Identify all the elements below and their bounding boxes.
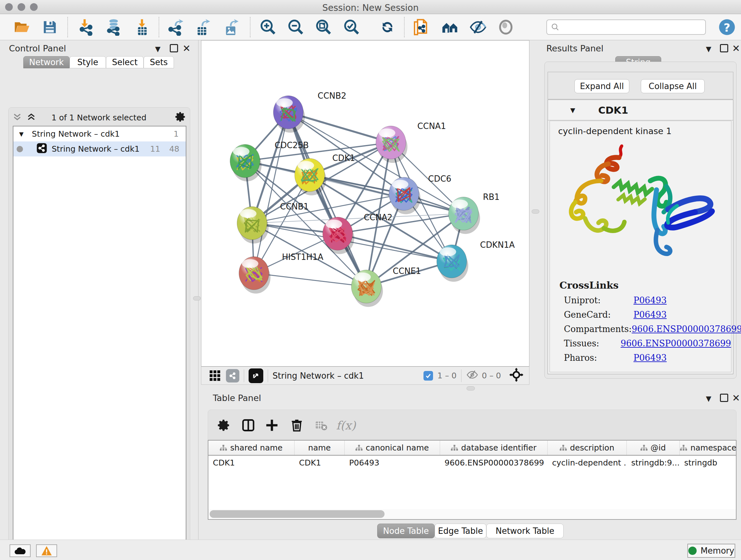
crosslink-value[interactable]: P06493 <box>633 310 667 320</box>
crosslink-value[interactable]: P06493 <box>633 295 667 305</box>
zoom-fit-button[interactable] <box>315 18 333 36</box>
results-panel-maximize-button[interactable] <box>720 44 728 52</box>
zoom-out-button[interactable] <box>287 18 305 36</box>
results-panel-close-button[interactable]: ✕ <box>732 43 740 54</box>
network-view-title: String Network – cdk1 <box>273 371 364 381</box>
import-string-network-button[interactable] <box>412 18 430 36</box>
cloud-status-button[interactable] <box>10 544 30 557</box>
table-cell[interactable]: CDK1 <box>294 455 345 471</box>
table-cell[interactable]: cyclin-dependent ... <box>548 455 627 471</box>
column-header-database-identifier[interactable]: database identifier <box>440 441 548 455</box>
delete-table-icon[interactable] <box>312 416 330 434</box>
export-network-button[interactable] <box>167 18 185 36</box>
table-cell[interactable]: CDK1 <box>208 455 294 471</box>
network-row[interactable]: String Network – cdk1 11 48 <box>13 141 186 157</box>
collection-expand-icon[interactable]: ▼ <box>19 131 23 137</box>
hidden-eye-slash-icon[interactable] <box>466 370 479 382</box>
crosslink-value[interactable]: P06493 <box>633 353 667 363</box>
import-table-button[interactable] <box>133 18 151 36</box>
column-header-canonical-name[interactable]: canonical name <box>345 441 440 455</box>
gene-entry-header[interactable]: ▼ CDK1 <box>548 100 733 120</box>
tab-network[interactable]: Network <box>23 56 70 68</box>
expand-all-networks-icon[interactable] <box>12 112 22 124</box>
table-horizontal-scrollbar[interactable] <box>208 509 736 519</box>
node-CDK1[interactable] <box>294 159 326 195</box>
function-builder-icon[interactable]: f(x) <box>337 416 355 434</box>
table-cell[interactable]: stringdb:9... <box>627 455 680 471</box>
birds-eye-view-icon[interactable] <box>249 368 263 383</box>
hide-selected-button[interactable] <box>469 18 487 36</box>
memory-button[interactable]: Memory <box>687 544 735 558</box>
crosslink-value[interactable]: 9606.ENSP00000378699 <box>631 324 741 334</box>
tab-select[interactable]: Select <box>106 56 144 68</box>
collapse-all-button[interactable]: Collapse All <box>641 79 704 93</box>
node-table: shared namenamecanonical namedatabase id… <box>208 440 737 520</box>
network-collection-row[interactable]: ▼ String Network – cdk1 1 <box>13 126 186 141</box>
refresh-button[interactable] <box>379 18 396 36</box>
control-panel-float-button[interactable]: ▼ <box>155 44 160 53</box>
node-HIST1H1A[interactable] <box>239 257 271 294</box>
search-input[interactable] <box>560 23 705 32</box>
table-settings-gear-icon[interactable] <box>215 416 233 434</box>
bottom-splitter-handle[interactable] <box>467 386 475 390</box>
tab-network-table[interactable]: Network Table <box>486 523 563 538</box>
tab-sets[interactable]: Sets <box>144 56 174 68</box>
column-header-namespace[interactable]: namespace <box>680 441 737 455</box>
export-table-button[interactable] <box>194 18 212 36</box>
table-row[interactable]: CDK1CDK1P064939606.ENSP00000378699cyclin… <box>208 455 736 471</box>
tab-style[interactable]: Style <box>70 56 106 68</box>
table-panel-close-button[interactable]: ✕ <box>732 392 740 403</box>
table-panel-float-button[interactable]: ▼ <box>706 394 711 403</box>
left-splitter-handle[interactable] <box>193 296 201 300</box>
edge-CCNB2-HIST1H1A[interactable] <box>254 112 288 273</box>
scrollbar-thumb[interactable] <box>210 510 385 518</box>
delete-column-trash-icon[interactable] <box>288 416 306 434</box>
selected-checkbox-icon[interactable] <box>423 371 433 381</box>
node-CCNA2[interactable] <box>323 217 354 254</box>
collapse-all-networks-icon[interactable] <box>26 112 37 124</box>
column-header-shared-name[interactable]: shared name <box>208 441 294 455</box>
table-cell[interactable]: 9606.ENSP00000378699 <box>440 455 548 471</box>
export-image-button[interactable] <box>222 18 240 36</box>
node-RB1[interactable] <box>448 197 480 234</box>
node-CCNE1[interactable] <box>351 270 383 307</box>
node-CCNB2[interactable] <box>273 96 305 133</box>
import-network-file-button[interactable] <box>78 18 96 36</box>
gene-collapse-icon[interactable]: ▼ <box>570 106 575 114</box>
node-CDKN1A[interactable] <box>437 245 468 282</box>
node-CDC25B[interactable] <box>230 144 262 181</box>
tab-edge-table[interactable]: Edge Table <box>434 523 486 538</box>
right-splitter-handle[interactable] <box>532 209 539 213</box>
help-button[interactable]: ? <box>718 18 736 36</box>
open-session-button[interactable] <box>13 18 30 36</box>
network-options-gear-icon[interactable] <box>175 111 186 125</box>
column-header-description[interactable]: description <box>548 441 627 455</box>
tab-node-table[interactable]: Node Table <box>377 523 434 538</box>
edge-HIST1H1A-CCNE1[interactable] <box>254 273 366 287</box>
create-column-icon[interactable] <box>263 416 281 434</box>
results-panel-float-button[interactable]: ▼ <box>706 44 711 53</box>
column-header-id[interactable]: @id <box>627 441 680 455</box>
zoom-selected-button[interactable] <box>343 18 360 36</box>
table-panel-maximize-button[interactable] <box>720 394 728 402</box>
show-columns-icon[interactable] <box>239 416 257 434</box>
control-panel-close-button[interactable]: ✕ <box>183 43 191 54</box>
warning-status-button[interactable] <box>36 544 57 557</box>
show-all-button[interactable] <box>497 18 515 36</box>
grid-view-icon[interactable] <box>210 370 220 381</box>
import-network-database-button[interactable] <box>105 18 123 36</box>
save-session-button[interactable] <box>41 18 59 36</box>
control-panel-maximize-button[interactable] <box>170 44 178 52</box>
table-cell[interactable]: stringdb <box>680 455 737 471</box>
expand-all-button[interactable]: Expand All <box>575 79 629 93</box>
node-CCNA1[interactable] <box>376 126 408 163</box>
first-neighbors-button[interactable] <box>441 18 459 36</box>
network-canvas[interactable]: CCNB2CCNA1CDC25BCDK1CDC6RB1CCNB1CCNA2CDK… <box>201 40 529 367</box>
network-view-share-icon[interactable] <box>226 369 239 382</box>
zoom-in-button[interactable] <box>259 18 277 36</box>
column-header-name[interactable]: name <box>294 441 345 455</box>
crosslink-value[interactable]: 9606.ENSP00000378699 <box>621 338 731 348</box>
node-CDC6[interactable] <box>389 177 421 214</box>
table-cell[interactable]: P06493 <box>345 455 440 471</box>
pan-crosshair-icon[interactable] <box>509 368 523 384</box>
